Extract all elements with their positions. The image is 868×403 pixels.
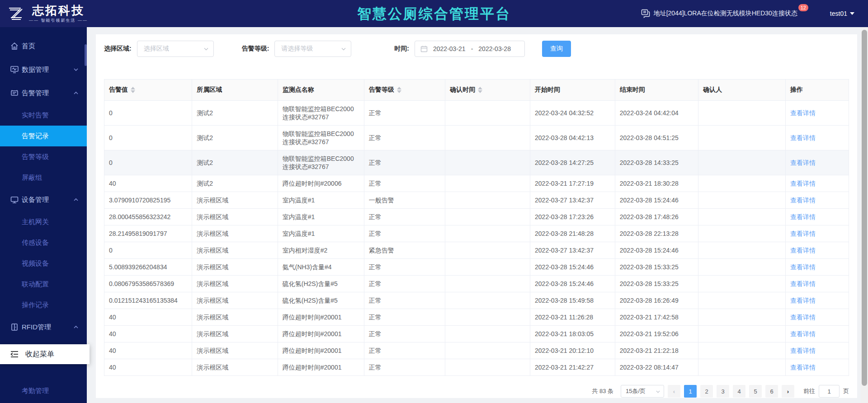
page-button-5[interactable]: 5 (749, 385, 762, 398)
view-details-link[interactable]: 查看详情 (790, 297, 816, 304)
sidebar-item-operation-log[interactable]: 操作记录 (0, 295, 87, 315)
next-page-button[interactable]: › (782, 385, 794, 398)
cell-confirm-time (445, 101, 530, 126)
view-details-link[interactable]: 查看详情 (790, 134, 816, 141)
notification-text[interactable]: 地址[2044]LORA在位检测无线模块HED30连接状态 (654, 9, 797, 18)
table-row: 28.000455856323242 演示根区域 室内温度#1 正常 2022-… (104, 209, 849, 225)
sidebar-item-linkage-config[interactable]: 联动配置 (0, 274, 87, 295)
sidebar-item-video-device[interactable]: 视频设备 (0, 253, 87, 274)
collapse-menu-button[interactable]: 收起菜单 (0, 344, 90, 364)
app-root: 志拓科技 —— 智能引领新生活 —— 智慧公厕综合管理平台 地址[2044]LO… (0, 0, 868, 403)
region-select[interactable]: 选择区域 (137, 41, 214, 57)
sidebar-item-realtime-alarm[interactable]: 实时告警 (0, 105, 87, 126)
date-separator: - (471, 45, 473, 52)
page-scrollbar[interactable] (861, 27, 868, 403)
cell-end-time: 2022-03-28 04:51:25 (615, 126, 698, 150)
cell-confirm-time (445, 126, 530, 150)
sidebar-item-host-gateway[interactable]: 主机网关 (0, 211, 87, 232)
header-right: 地址[2044]LORA在位检测无线模块HED30连接状态 12 test01 (641, 9, 868, 18)
cell-confirmer (698, 292, 786, 309)
cell-confirm-time (445, 276, 530, 292)
filter-bar: 选择区域: 选择区域 告警等级: 请选择等级 时间: 2 (104, 41, 849, 57)
cell-start-time: 2022-03-21 18:03:05 (530, 326, 615, 342)
cell-start-time: 2022-03-21 20:12:10 (530, 342, 615, 359)
view-details-link[interactable]: 查看详情 (790, 314, 816, 321)
sidebar-item-alarm-mgmt[interactable]: 告警管理 (0, 81, 87, 105)
cell-start-time: 2022-03-28 21:48:28 (530, 225, 615, 242)
cell-end-time: 2022-03-28 17:48:26 (615, 209, 698, 225)
cell-actions: 查看详情 (785, 309, 849, 326)
sort-carets-icon[interactable] (397, 87, 401, 93)
col-end-time: 结束时间 (615, 80, 698, 101)
prev-page-button[interactable]: ‹ (668, 385, 680, 398)
user-menu[interactable]: test01 (830, 10, 854, 17)
cell-alarm-value: 0.08067953586578369 (104, 276, 192, 292)
level-select[interactable]: 请选择等级 (274, 41, 351, 57)
table-row: 0 测试2 物联智能监控箱BEC2000连接状态#32767 正常 2022-0… (104, 101, 849, 126)
page-scrollbar-thumb[interactable] (862, 30, 867, 386)
sidebar-item-home[interactable]: 首页 (0, 34, 87, 58)
cell-start-time: 2022-03-24 04:32:52 (530, 101, 615, 126)
sidebar-item-sensor-device[interactable]: 传感设备 (0, 232, 87, 253)
cell-confirmer (698, 225, 786, 242)
cell-confirm-time (445, 292, 530, 309)
view-details-link[interactable]: 查看详情 (790, 247, 816, 254)
page-size-select[interactable]: 15条/页 (621, 385, 664, 398)
table-row: 3.0790910720825195 演示根区域 室内温度#1 一般告警 202… (104, 192, 849, 209)
sidebar-item-shield-group[interactable]: 屏蔽组 (0, 167, 87, 188)
view-details-link[interactable]: 查看详情 (790, 230, 816, 237)
page-button-3[interactable]: 3 (717, 385, 729, 398)
logo-z-icon (7, 5, 24, 22)
cell-region: 演示根区域 (192, 242, 278, 259)
sidebar-item-alarm-levels[interactable]: 告警等级 (0, 146, 87, 167)
page-button-4[interactable]: 4 (733, 385, 745, 398)
cell-confirmer (698, 209, 786, 225)
sidebar-item-alarm-records[interactable]: 告警记录 (0, 126, 87, 146)
cell-region: 测试2 (192, 101, 278, 126)
cell-actions: 查看详情 (785, 126, 849, 150)
view-details-link[interactable]: 查看详情 (790, 213, 816, 220)
cell-start-time: 2022-03-27 13:42:37 (530, 242, 615, 259)
cell-alarm-level: 正常 (364, 150, 445, 175)
view-details-link[interactable]: 查看详情 (790, 330, 816, 337)
cell-point-name: 室内温度#1 (278, 192, 364, 209)
view-details-link[interactable]: 查看详情 (790, 364, 816, 371)
sidebar-item-device-mgmt[interactable]: 设备管理 (0, 188, 87, 211)
cell-alarm-value: 5.008939266204834 (104, 259, 192, 276)
sidebar-scrollbar-thumb[interactable] (85, 44, 87, 66)
cell-alarm-value: 40 (104, 175, 192, 192)
sidebar-item-rfid-mgmt[interactable]: RFID管理 (0, 315, 87, 339)
cell-end-time: 2022-03-28 15:24:46 (615, 192, 698, 209)
query-button[interactable]: 查询 (542, 41, 571, 57)
sidebar-item-data-mgmt[interactable]: 数据管理 (0, 58, 87, 81)
view-details-link[interactable]: 查看详情 (790, 347, 816, 354)
page-button-1[interactable]: 1 (684, 385, 697, 398)
sort-carets-icon[interactable] (131, 87, 135, 93)
goto-page-input[interactable] (819, 385, 840, 398)
page-button-2[interactable]: 2 (700, 385, 713, 398)
sidebar-item-attendance-mgmt[interactable]: 考勤管理 (0, 380, 87, 401)
top-header: 志拓科技 —— 智能引领新生活 —— 智慧公厕综合管理平台 地址[2044]LO… (0, 0, 868, 27)
view-details-link[interactable]: 查看详情 (790, 159, 816, 166)
cell-alarm-level: 正常 (364, 126, 445, 150)
notification-area[interactable]: 地址[2044]LORA在位检测无线模块HED30连接状态 12 (641, 9, 797, 18)
cell-alarm-level: 正常 (364, 225, 445, 242)
view-details-link[interactable]: 查看详情 (790, 109, 816, 117)
cell-confirm-time (445, 326, 530, 342)
logo-title: 志拓科技 (32, 4, 85, 17)
cell-actions: 查看详情 (785, 175, 849, 192)
cell-end-time: 2022-03-28 22:13:28 (615, 225, 698, 242)
sort-carets-icon[interactable] (478, 87, 482, 93)
view-details-link[interactable]: 查看详情 (790, 180, 816, 187)
cell-start-time: 2022-03-27 13:42:37 (530, 192, 615, 209)
view-details-link[interactable]: 查看详情 (790, 280, 816, 287)
cell-actions: 查看详情 (785, 276, 849, 292)
chevron-up-icon (73, 324, 79, 330)
table-row: 28.21495819091797 演示根区域 室内温度#1 正常 2022-0… (104, 225, 849, 242)
view-details-link[interactable]: 查看详情 (790, 263, 816, 271)
table-row: 0.08067953586578369 演示根区域 硫化氢(H2S)含量#5 正… (104, 276, 849, 292)
date-range-picker[interactable]: 2022-03-21 - 2022-03-28 (415, 41, 525, 57)
page-button-6[interactable]: 6 (765, 385, 778, 398)
view-details-link[interactable]: 查看详情 (790, 197, 816, 204)
cell-confirmer (698, 150, 786, 175)
